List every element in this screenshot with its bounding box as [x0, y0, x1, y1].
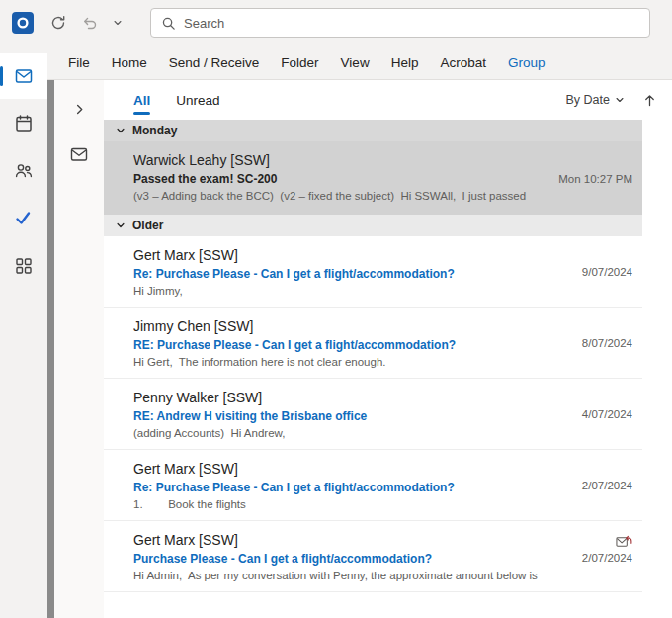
sort-by-date-button[interactable]: By Date: [566, 93, 625, 107]
mail-list-header: All Unread By Date: [104, 80, 672, 120]
email-item[interactable]: Gert Marx [SSW] Re: Purchase Please - Ca…: [104, 236, 642, 308]
email-date: 2/07/2024: [582, 552, 632, 564]
email-item[interactable]: Gert Marx [SSW] Re: Purchase Please - Ca…: [104, 450, 642, 521]
sort-label: By Date: [566, 93, 610, 107]
search-icon: [161, 16, 176, 31]
inbox-envelope-button[interactable]: [66, 141, 92, 167]
chevron-down-icon: [116, 221, 126, 230]
menu-item-view[interactable]: View: [330, 45, 380, 80]
email-preview: (adding Accounts) Hi Andrew,: [133, 427, 572, 439]
expand-folder-pane-button[interactable]: [66, 96, 92, 122]
mail-list-body: Monday Warwick Leahy [SSW] Passed the ex…: [104, 120, 672, 618]
email-date: Mon 10:27 PM: [558, 173, 632, 185]
outlook-logo-icon: [12, 12, 34, 34]
chevron-down-icon: [615, 95, 625, 105]
rail-item-todo[interactable]: [0, 196, 47, 241]
group-header-older[interactable]: Older: [104, 215, 642, 236]
email-subject: Re: Purchase Please - Can I get a flight…: [133, 481, 572, 494]
email-sender: Gert Marx [SSW]: [133, 247, 572, 263]
rail-item-apps[interactable]: [0, 243, 47, 289]
outlook-window: Search: [0, 0, 672, 618]
email-sender: Gert Marx [SSW]: [133, 461, 572, 477]
email-date: 4/07/2024: [582, 408, 632, 420]
email-preview: Hi Jimmy,: [133, 285, 572, 297]
search-placeholder: Search: [184, 16, 224, 31]
rail-item-calendar[interactable]: [0, 101, 47, 146]
customize-toolbar-button[interactable]: [109, 10, 126, 36]
app-rail: [0, 45, 47, 618]
email-sender: Warwick Leahy [SSW]: [133, 152, 548, 168]
menu-item-folder[interactable]: Folder: [270, 45, 329, 80]
email-sender: Jimmy Chen [SSW]: [133, 318, 572, 334]
replied-status-icon: [616, 534, 632, 548]
group-label: Monday: [132, 124, 177, 137]
mail-icon: [14, 66, 34, 86]
email-subject: Re: Purchase Please - Can I get a flight…: [133, 267, 572, 281]
email-preview: 1. Book the flights: [133, 498, 572, 510]
email-subject: Purchase Please - Can I get a flight/acc…: [133, 552, 572, 566]
menu-item-file[interactable]: File: [57, 45, 101, 80]
menu-item-acrobat[interactable]: Acrobat: [429, 45, 497, 80]
filter-tabs: All Unread: [133, 80, 220, 120]
email-item[interactable]: Gert Marx [SSW] Purchase Please - Can I …: [104, 521, 642, 592]
pane-splitter[interactable]: [47, 80, 54, 618]
tab-unread[interactable]: Unread: [176, 80, 219, 120]
rail-item-mail[interactable]: [0, 53, 47, 99]
collapsed-folder-pane: [54, 80, 104, 618]
menu-item-home[interactable]: Home: [101, 45, 158, 80]
chevron-down-icon: [116, 126, 126, 135]
email-subject: RE: Andrew H visiting the Brisbane offic…: [133, 409, 572, 423]
chevron-right-icon: [73, 103, 86, 116]
menu-item-send-receive[interactable]: Send / Receive: [158, 45, 271, 80]
email-sender: Gert Marx [SSW]: [133, 532, 572, 548]
quick-access-toolbar: [12, 10, 126, 36]
rail-item-people[interactable]: [0, 148, 47, 194]
email-date: 2/07/2024: [582, 480, 632, 491]
topbar: Search: [0, 0, 672, 45]
calendar-icon: [14, 114, 34, 133]
group-header-monday[interactable]: Monday: [104, 120, 642, 141]
sort-direction-button[interactable]: [640, 91, 658, 109]
menubar: File Home Send / Receive Folder View Hel…: [47, 45, 672, 80]
chevron-down-icon: [113, 18, 123, 28]
email-date: 9/07/2024: [582, 266, 632, 278]
arrow-up-icon: [643, 94, 656, 107]
refresh-button[interactable]: [45, 10, 71, 36]
email-item[interactable]: Penny Walker [SSW] RE: Andrew H visiting…: [104, 379, 642, 450]
todo-check-icon: [14, 209, 34, 228]
search-input[interactable]: Search: [150, 8, 650, 38]
group-label: Older: [132, 219, 163, 232]
people-icon: [14, 161, 34, 181]
email-preview: (v3 – Adding back the BCC) (v2 – fixed t…: [133, 190, 548, 202]
undo-icon: [82, 15, 98, 31]
email-item[interactable]: Jimmy Chen [SSW] RE: Purchase Please - C…: [104, 308, 642, 379]
email-subject: RE: Purchase Please - Can I get a flight…: [133, 338, 572, 352]
apps-grid-icon: [14, 256, 34, 276]
email-date: 8/07/2024: [582, 337, 632, 349]
email-preview: Hi Gert, The information here is not cle…: [133, 356, 572, 368]
email-sender: Penny Walker [SSW]: [133, 390, 572, 405]
menu-item-help[interactable]: Help: [380, 45, 430, 80]
tab-all[interactable]: All: [133, 80, 150, 120]
envelope-icon: [69, 144, 89, 164]
undo-button[interactable]: [77, 10, 103, 36]
refresh-icon: [50, 15, 66, 31]
email-item[interactable]: Warwick Leahy [SSW] Passed the exam! SC-…: [104, 141, 642, 215]
email-subject: Passed the exam! SC-200: [133, 172, 548, 186]
menu-item-group[interactable]: Group: [497, 45, 556, 80]
email-preview: Hi Admin, As per my conversation with Pe…: [133, 570, 572, 581]
mail-list-pane: All Unread By Date: [104, 80, 672, 618]
